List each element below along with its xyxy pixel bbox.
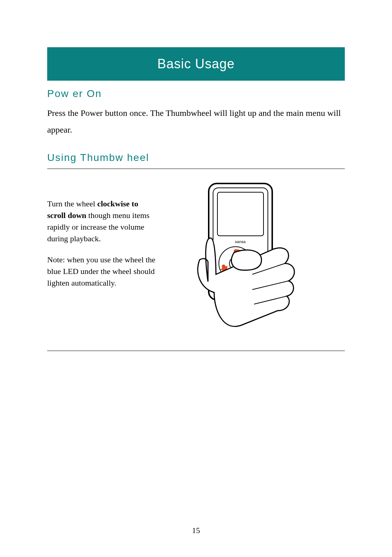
chapter-banner: Basic Usage bbox=[47, 47, 345, 81]
red-period: . bbox=[114, 278, 117, 287]
page-number: 15 bbox=[0, 526, 392, 535]
thumbwheel-note: Note: when you use the wheel the blue LE… bbox=[47, 254, 156, 289]
thumbwheel-illustration: sansa bbox=[180, 180, 332, 336]
heading-thumbwheel: Using Thumbw heel bbox=[47, 152, 345, 164]
thumbwheel-paragraph-1: Turn the wheel clockwise to scroll down … bbox=[47, 198, 156, 245]
device-brand-label: sansa bbox=[235, 239, 246, 244]
power-on-text: Press the Power button once. The Thumbwh… bbox=[47, 105, 345, 138]
heading-power-on: Pow er On bbox=[47, 88, 345, 100]
text-fragment: Note: when you use the wheel the blue LE… bbox=[47, 255, 155, 287]
thumbwheel-text-column: Turn the wheel clockwise to scroll down … bbox=[47, 180, 156, 298]
divider-bottom bbox=[47, 351, 345, 351]
text-fragment: Turn the wheel bbox=[47, 199, 97, 208]
divider bbox=[47, 169, 345, 169]
